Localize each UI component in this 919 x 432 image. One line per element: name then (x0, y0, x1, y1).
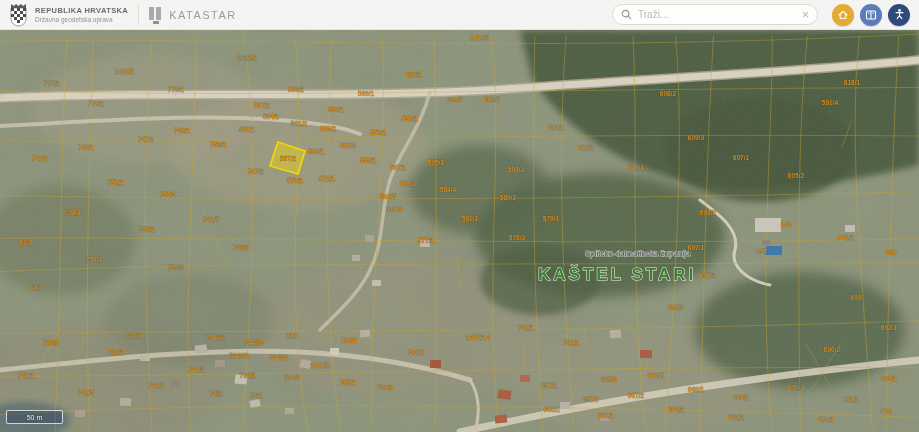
parcel-label: 703/3 (377, 384, 394, 391)
search-input[interactable] (638, 9, 796, 20)
parcel-label: 706/6 (341, 337, 358, 344)
parcel-label: 728/1 (108, 349, 125, 356)
parcel-label: 747/3 (138, 136, 155, 143)
brand-title: REPUBLIKA HRVATSKA (35, 6, 128, 15)
parcel-label: 778/2 (88, 100, 105, 107)
header-divider (138, 5, 139, 25)
parcel-label: 759/3 (168, 264, 185, 271)
parcel-label: 750/2 (210, 141, 227, 148)
map-viewport[interactable]: 557/2 1825/1779/1778/2777/11821/2599/259… (0, 30, 919, 432)
scale-bar: 50 m (6, 410, 63, 424)
parcel-label: 779/1 (168, 86, 185, 93)
parcel-label: 669/1 (733, 394, 750, 401)
accessibility-button[interactable] (888, 4, 910, 26)
parcel-label: 595/1 (428, 159, 445, 166)
app-header: REPUBLIKA HRVATSKA Državna geodetska upr… (0, 0, 919, 30)
parcel-label: 744/13 (244, 339, 264, 346)
parcel-label: 73/1 (250, 392, 263, 399)
parcel-label: 742/5 (78, 389, 95, 396)
parcel-label: 74/2 (210, 390, 223, 397)
parcel-label: 733/6 (284, 374, 301, 381)
clear-search-icon[interactable]: × (802, 9, 809, 21)
parcel-label: 614/1 (548, 124, 565, 131)
search-bar[interactable]: × (612, 4, 818, 25)
parcel-label: 587/9 (387, 206, 404, 213)
parcel-label: 698/2 (700, 209, 717, 216)
parcel-label: 727/1 (126, 332, 143, 339)
parcel-label: 660/2 (544, 406, 561, 413)
parcel-label: 561/2 (291, 120, 308, 127)
parcel-label: 663/1 (598, 412, 615, 419)
parcel-label: 740/2 (233, 244, 250, 251)
croatia-coat-of-arms-icon (9, 3, 28, 27)
parcel-label: 667/2 (628, 392, 645, 399)
parcel-label: 701/2 (563, 339, 580, 346)
layers-panel-icon (865, 9, 877, 21)
parcel-label: 705/1 (340, 379, 357, 386)
katastar-logo[interactable]: KATASTAR (149, 6, 237, 24)
parcel-label: 609/3 (688, 134, 705, 141)
parcel-label: 550/1 (402, 115, 419, 122)
parcel-label: 599/1 (358, 90, 375, 97)
parcel-label: 577/1 (418, 237, 435, 244)
parcel-label: 702/1 (518, 324, 535, 331)
parcel-label: 755/2 (139, 226, 156, 233)
parcel-label: 697/2 (700, 272, 717, 279)
header-actions (832, 4, 910, 26)
parcel-label: 777/1 (44, 80, 61, 87)
app-name: KATASTAR (169, 9, 237, 21)
parcel-label: 744/12 (206, 334, 226, 341)
parcel-label: 744/7 (148, 382, 165, 389)
parcel-label: 754/1 (65, 209, 82, 216)
home-icon (837, 9, 849, 21)
katastar-icon (149, 6, 164, 24)
parcel-label: 664/2 (668, 406, 685, 413)
parcel-label: 1467/9 (310, 362, 330, 369)
parcel-label: 743/2 (32, 155, 49, 162)
parcel-label: 744/40 (229, 352, 249, 359)
dgu-brand[interactable]: REPUBLIKA HRVATSKA Državna geodetska upr… (9, 3, 128, 27)
parcel-label: 620/1 (406, 71, 423, 78)
parcel-label: 598/1 (328, 106, 345, 113)
county-label: Splitsko-dalmatinska županija (585, 249, 691, 258)
parcel-label: 859 (886, 249, 897, 256)
parcel-label: 597/2 (254, 102, 271, 109)
parcel-label: 612/2 (578, 144, 595, 151)
parcel-label: 861/2 (838, 234, 855, 241)
parcel-label: 600/7 (447, 96, 464, 103)
parcel-label: 597/1 (390, 164, 407, 171)
parcel-label: 553/2 (370, 129, 387, 136)
parcel-label: 857 (757, 248, 768, 255)
parcel-label: 741/7 (203, 216, 220, 223)
parcel-label: 608/2 (660, 90, 677, 97)
parcel-label: 605/2 (788, 172, 805, 179)
parcel-label: 695/3 (668, 304, 685, 311)
parcel-label: 674 (881, 408, 892, 415)
parcel-label: 579/1 (543, 215, 560, 222)
parcel-label: 21/1 (286, 332, 299, 339)
parcel-label: 558/1 (308, 148, 325, 155)
parcel-label: 555/1 (360, 157, 377, 164)
orthophoto-map[interactable]: 557/2 1825/1779/1778/2777/11821/2599/259… (0, 30, 919, 432)
parcel-label: 690/2 (824, 346, 841, 353)
parcel-label: 753/4 (160, 191, 177, 198)
parcel-label: 581/1 (462, 215, 479, 222)
parcel-label: 665/8 (601, 376, 618, 383)
parcel-label: 591/4 (822, 99, 839, 106)
panels-button[interactable] (860, 4, 882, 26)
parcel-label: 657/1 (541, 382, 558, 389)
parcel-label: 673/1 (818, 416, 835, 423)
parcel-label: 657/7 (583, 396, 600, 403)
parcel-label: 818/1 (844, 79, 861, 86)
parcel-label: 864 (781, 221, 792, 228)
parcel-label: 63/2 (20, 239, 33, 246)
home-button[interactable] (832, 4, 854, 26)
parcel-label: 671/1 (843, 396, 860, 403)
selected-parcel-number: 557/2 (280, 155, 297, 162)
parcel-label: 61/1 (30, 284, 43, 291)
parcel-label: 573/2 (287, 177, 304, 184)
parcel-label: 600/7 (484, 96, 501, 103)
parcel-label: 567/2 (248, 168, 265, 175)
parcel-label: 746/1 (78, 144, 95, 151)
parcel-label: 692/1 (881, 324, 898, 331)
